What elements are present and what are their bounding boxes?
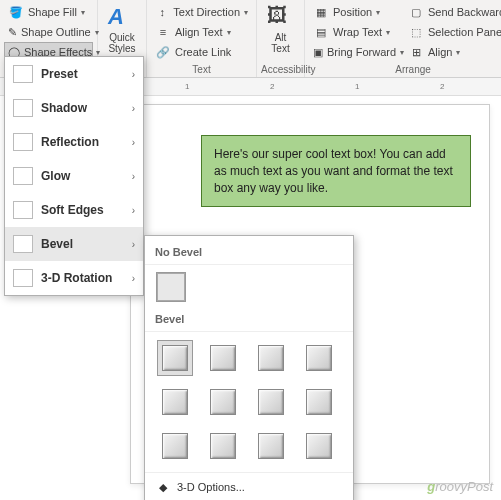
align-text-label: Align Text [175,26,223,38]
menu-label: 3-D Rotation [41,271,132,285]
chevron-right-icon: › [132,239,135,250]
text-direction-button[interactable]: ↕ Text Direction ▾ [151,2,252,22]
position-icon: ▦ [313,4,329,20]
send-backward-icon: ▢ [408,4,424,20]
watermark-post: Post [467,479,493,494]
menu-label: Shadow [41,101,132,115]
cube-icon: ◆ [155,479,171,495]
send-backward-button[interactable]: ▢ Send Backward▾ [404,2,501,22]
preset-icon [13,65,33,83]
menu-label: Reflection [41,135,132,149]
menu-item-soft-edges[interactable]: Soft Edges › [5,193,143,227]
no-bevel-header: No Bevel [145,242,353,265]
bevel-option-6[interactable] [205,384,241,420]
menu-item-glow[interactable]: Glow › [5,159,143,193]
position-button[interactable]: ▦ Position▾ [309,2,404,22]
chevron-down-icon: ▾ [376,8,380,17]
bevel-option-8[interactable] [301,384,337,420]
rotation-icon [13,269,33,287]
wrap-text-label: Wrap Text [333,26,382,38]
ruler-mark: 2 [270,82,274,91]
shape-outline-button[interactable]: ✎ Shape Outline ▾ [4,22,93,42]
chevron-right-icon: › [132,137,135,148]
text-direction-icon: ↕ [155,4,169,20]
align-label: Align [428,46,452,58]
alt-text-button[interactable]: 🖼 Alt Text [261,2,300,56]
ruler-mark: 2 [440,82,444,91]
reflection-icon [13,133,33,151]
bevel-option-9[interactable] [157,428,193,464]
soft-edges-icon [13,201,33,219]
3d-options-label: 3-D Options... [177,481,245,493]
bevel-option-2[interactable] [205,340,241,376]
chevron-down-icon: ▾ [227,28,231,37]
ruler-mark: 1 [355,82,359,91]
bevel-option-3[interactable] [253,340,289,376]
menu-label: Soft Edges [41,203,132,217]
bevel-option-1[interactable] [157,340,193,376]
chevron-down-icon: ▾ [244,8,248,17]
selection-pane-button[interactable]: ⬚ Selection Pane [404,22,501,42]
wrap-text-icon: ▤ [313,24,329,40]
3d-options-button[interactable]: ◆ 3-D Options... [145,472,353,500]
create-link-button[interactable]: 🔗 Create Link [151,42,252,62]
pen-icon: ✎ [8,24,17,40]
text-direction-label: Text Direction [173,6,240,18]
chevron-right-icon: › [132,273,135,284]
menu-item-reflection[interactable]: Reflection › [5,125,143,159]
align-text-button[interactable]: ≡ Align Text ▾ [151,22,252,42]
menu-item-preset[interactable]: Preset › [5,57,143,91]
bevel-options-grid [145,332,353,472]
menu-item-bevel[interactable]: Bevel › [5,227,143,261]
bring-forward-button[interactable]: ▣ Bring Forward▾ [309,42,404,62]
shadow-icon [13,99,33,117]
bucket-icon: 🪣 [8,4,24,20]
text-box[interactable]: Here's our super cool text box! You can … [201,135,471,207]
menu-item-shadow[interactable]: Shadow › [5,91,143,125]
bevel-option-5[interactable] [157,384,193,420]
menu-item-3d-rotation[interactable]: 3-D Rotation › [5,261,143,295]
chevron-right-icon: › [132,205,135,216]
menu-label: Glow [41,169,132,183]
bevel-option-11[interactable] [253,428,289,464]
menu-label: Bevel [41,237,132,251]
align-text-icon: ≡ [155,24,171,40]
bevel-option-none[interactable] [157,273,185,301]
align-icon: ⊞ [408,44,424,60]
align-button[interactable]: ⊞ Align▾ [404,42,501,62]
position-label: Position [333,6,372,18]
bevel-icon [13,235,33,253]
text-box-content: Here's our super cool text box! You can … [214,147,453,195]
bevel-header: Bevel [145,309,353,332]
chevron-down-icon: ▾ [386,28,390,37]
bevel-option-10[interactable] [205,428,241,464]
glow-icon [13,167,33,185]
chevron-right-icon: › [132,171,135,182]
bevel-option-7[interactable] [253,384,289,420]
send-backward-label: Send Backward [428,6,501,18]
quick-styles-label: Quick Styles [108,32,135,54]
bevel-submenu: No Bevel Bevel ◆ 3-D Options... [144,235,354,500]
selection-pane-icon: ⬚ [408,24,424,40]
chevron-right-icon: › [132,69,135,80]
selection-pane-label: Selection Pane [428,26,501,38]
create-link-label: Create Link [175,46,231,58]
text-group-label: Text [151,64,252,77]
ruler-mark: 1 [185,82,189,91]
shape-effects-menu: Preset › Shadow › Reflection › Glow › So… [4,56,144,296]
bevel-option-12[interactable] [301,428,337,464]
bevel-option-4[interactable] [301,340,337,376]
chevron-right-icon: › [132,103,135,114]
chevron-down-icon: ▾ [81,8,85,17]
wrap-text-button[interactable]: ▤ Wrap Text▾ [309,22,404,42]
watermark-g: g [427,479,435,494]
shape-fill-button[interactable]: 🪣 Shape Fill ▾ [4,2,93,22]
arrange-group-label: Arrange [309,64,501,77]
quick-styles-icon: A [108,4,136,32]
alt-text-label: Alt Text [271,32,289,54]
alt-text-icon: 🖼 [267,4,295,32]
menu-label: Preset [41,67,132,81]
shape-outline-label: Shape Outline [21,26,91,38]
quick-styles-button[interactable]: A Quick Styles [102,2,142,56]
bring-forward-icon: ▣ [313,44,323,60]
